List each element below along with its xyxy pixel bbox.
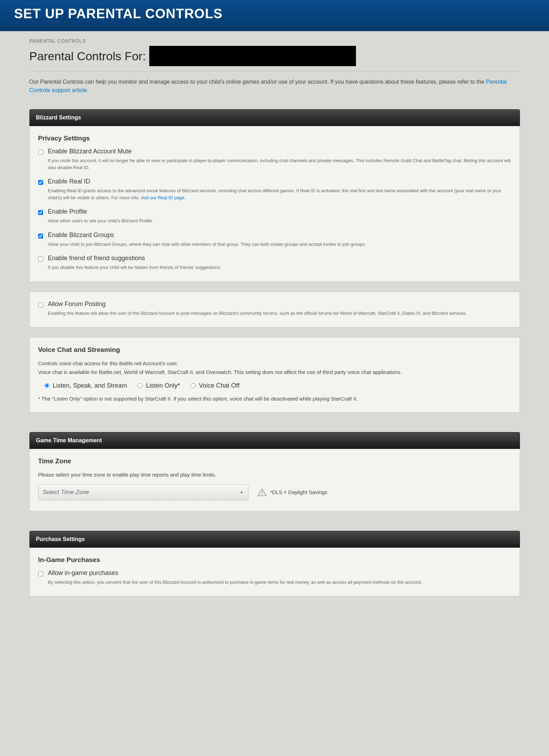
main-container: PARENTAL CONTROLS Parental Controls For:… (15, 31, 534, 620)
redacted-account-name (149, 46, 356, 66)
voice-desc2: Voice chat is available for Battle.net, … (38, 368, 511, 376)
desc-mute: If you mute this account, it will no lon… (48, 157, 511, 171)
radio-vc-full[interactable] (44, 383, 49, 388)
intro-before: Our Parental Controls can help you monit… (29, 79, 486, 85)
label-vc-off: Voice Chat Off (199, 382, 240, 389)
intro-text: Our Parental Controls can help you monit… (29, 78, 520, 95)
desc-ingame: By selecting this option, you consent th… (48, 579, 511, 586)
checkbox-mute[interactable] (38, 150, 43, 155)
voice-desc1: Controls voice chat access for this Batt… (38, 359, 511, 367)
option-fof: Enable friend of friend suggestions If y… (38, 255, 511, 271)
checkbox-realid[interactable] (38, 180, 43, 185)
tz-heading: Time Zone (38, 457, 511, 465)
blizzard-settings-header: Blizzard Settings (29, 109, 520, 126)
gametime-header: Game Time Management (29, 432, 520, 449)
ingame-heading: In-Game Purchases (38, 556, 511, 564)
dls-note-text: *DLS = Daylight Savings (270, 489, 328, 495)
checkbox-profile[interactable] (38, 210, 43, 215)
label-groups: Enable Blizzard Groups (48, 231, 511, 239)
checkbox-groups[interactable] (38, 234, 43, 238)
realid-page-link[interactable]: visit our Real ID page (141, 195, 184, 200)
banner-title: SET UP PARENTAL CONTROLS (14, 6, 535, 21)
label-mute: Enable Blizzard Account Mute (48, 148, 511, 155)
page-title-row: Parental Controls For: (29, 46, 520, 71)
label-fof: Enable friend of friend suggestions (48, 255, 511, 262)
tz-desc: Please select your time zone to enable p… (38, 471, 511, 479)
desc-profile: Allow other users to see your child's Bl… (48, 217, 511, 224)
checkbox-forum[interactable] (38, 303, 43, 307)
desc-forum: Enabling this feature will allow the use… (48, 310, 511, 317)
voice-footnote: * The "Listen Only" option is not suppor… (38, 396, 511, 402)
voice-body: Voice Chat and Streaming Controls voice … (29, 337, 520, 412)
radio-vc-listen[interactable] (138, 383, 143, 388)
gametime-body: Time Zone Please select your time zone t… (29, 449, 520, 511)
breadcrumb: PARENTAL CONTROLS (29, 38, 520, 44)
radio-vc-off[interactable] (191, 383, 195, 388)
warning-icon (258, 488, 267, 496)
forum-body: Allow Forum Posting Enabling this featur… (29, 292, 520, 328)
label-profile: Enable Profile (48, 208, 511, 215)
option-ingame: Allow in-game purchases By selecting thi… (38, 569, 511, 586)
dls-note: *DLS = Daylight Savings (258, 488, 328, 496)
option-groups: Enable Blizzard Groups Allow your child … (38, 231, 511, 248)
voice-heading: Voice Chat and Streaming (38, 346, 511, 354)
purchase-body: In-Game Purchases Allow in-game purchase… (29, 548, 520, 597)
voice-radio-group: Listen, Speak, and Stream Listen Only* V… (38, 382, 511, 389)
checkbox-fof[interactable] (38, 257, 43, 262)
checkbox-ingame[interactable] (38, 571, 43, 576)
label-realid: Enable Real ID (48, 178, 511, 185)
label-forum: Allow Forum Posting (48, 300, 511, 308)
desc-realid: Enabling Real ID grants access to the ad… (48, 187, 511, 201)
option-profile: Enable Profile Allow other users to see … (38, 208, 511, 224)
purchase-header: Purchase Settings (29, 531, 520, 548)
desc-groups: Allow your child to join Blizzard Groups… (48, 241, 511, 248)
option-realid: Enable Real ID Enabling Real ID grants a… (38, 178, 511, 201)
top-banner: SET UP PARENTAL CONTROLS (0, 0, 549, 31)
timezone-select[interactable]: Select Time Zone (38, 484, 248, 500)
svg-point-1 (261, 494, 262, 495)
desc-fof: If you disable this feature your child w… (48, 264, 511, 271)
page-title: Parental Controls For: (29, 49, 146, 63)
label-ingame: Allow in-game purchases (48, 569, 511, 577)
intro-after: . (87, 87, 88, 93)
blizzard-settings-body: Privacy Settings Enable Blizzard Account… (29, 126, 520, 282)
label-vc-full: Listen, Speak, and Stream (53, 382, 127, 389)
option-mute: Enable Blizzard Account Mute If you mute… (38, 148, 511, 171)
option-forum: Allow Forum Posting Enabling this featur… (38, 300, 511, 317)
privacy-settings-heading: Privacy Settings (38, 134, 511, 142)
label-vc-listen: Listen Only* (146, 382, 180, 389)
